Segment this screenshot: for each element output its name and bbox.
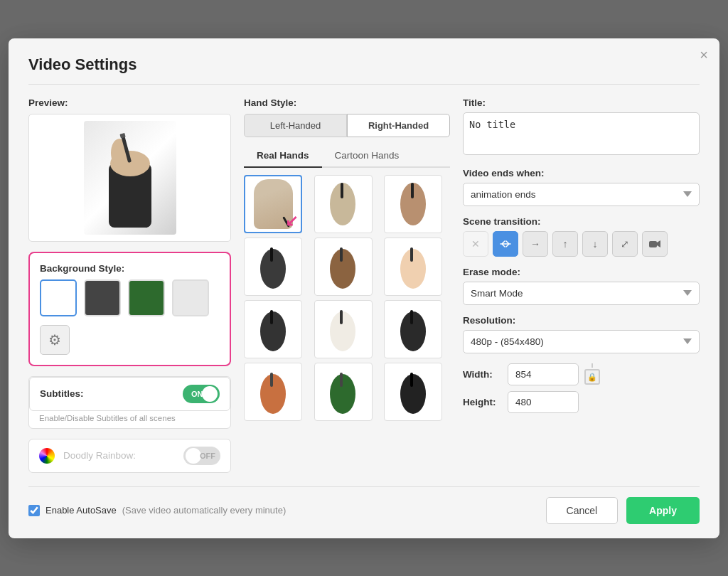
height-label: Height:: [463, 397, 502, 407]
hand-cell-6[interactable]: [384, 238, 442, 296]
apply-button[interactable]: Apply: [626, 497, 700, 524]
width-input[interactable]: [508, 363, 579, 385]
hand-cell-11[interactable]: [314, 363, 373, 421]
hand-cell-2[interactable]: [314, 175, 373, 233]
lock-line-top: [592, 363, 593, 368]
height-input[interactable]: [508, 391, 579, 413]
hand-svg-12: [394, 367, 433, 417]
resolution-section: Resolution: 480p - (854x480) 720p - (128…: [463, 315, 700, 353]
hand-grid: ↙: [244, 175, 450, 421]
modal-body: Preview:: [28, 97, 700, 474]
hand-cell-8[interactable]: [314, 300, 373, 358]
close-button[interactable]: ×: [700, 47, 708, 63]
erase-mode-section: Erase mode: Smart Mode Normal Mode: [463, 267, 700, 305]
modal-footer: Enable AutoSave (Save video automaticall…: [28, 486, 700, 524]
preview-section: Preview:: [28, 97, 231, 242]
autosave-row: Enable AutoSave (Save video automaticall…: [28, 505, 286, 516]
erase-mode-label: Erase mode:: [463, 267, 700, 277]
scene-transition-section: Scene transition: ✕ → ↑ ↓ ⤢: [463, 216, 700, 257]
hand-cell-1[interactable]: ↙: [244, 175, 302, 233]
hand-cell-3[interactable]: [384, 175, 442, 233]
subtitles-toggle[interactable]: ON: [183, 385, 220, 403]
transition-btn-right[interactable]: →: [523, 231, 548, 257]
svg-rect-14: [410, 247, 413, 262]
video-settings-modal: × Video Settings Preview:: [9, 38, 719, 538]
subtitles-section: Subtitles: ON Enable/Disable Subtitles o…: [28, 376, 231, 429]
svg-rect-6: [341, 183, 343, 198]
hand-svg-3: [394, 179, 433, 229]
hand-cell-9[interactable]: [384, 300, 442, 358]
background-style-section: Background Style: ⚙: [28, 252, 231, 366]
transition-btn-horizontal[interactable]: [493, 231, 518, 257]
autosave-note: (Save video automatically every minute): [122, 505, 287, 516]
hand-cell-10[interactable]: [244, 363, 302, 421]
autosave-checkbox[interactable]: [28, 505, 40, 516]
svg-rect-10: [270, 247, 273, 262]
rainbow-toggle-knob: [186, 448, 201, 464]
transition-btn-down[interactable]: ↓: [582, 231, 608, 257]
middle-column: Hand Style: Left-Handed Right-Handed Rea…: [244, 97, 450, 474]
hand-cell-4[interactable]: [244, 238, 302, 296]
modal-overlay: × Video Settings Preview:: [0, 0, 728, 576]
gear-icon: ⚙: [48, 331, 61, 348]
bg-swatches: [40, 279, 220, 316]
hand-svg-10: [254, 367, 293, 417]
erase-mode-dropdown[interactable]: Smart Mode Normal Mode: [463, 282, 700, 305]
hand-cell-7[interactable]: [244, 300, 302, 358]
toggle-on-label: ON: [191, 390, 203, 398]
lock-icon-wrap: 🔒: [584, 363, 600, 385]
hand-cell-12[interactable]: [384, 363, 442, 421]
transition-btn-expand[interactable]: ⤢: [612, 231, 638, 257]
handedness-tabs: Left-Handed Right-Handed: [244, 114, 450, 137]
hand-cell-5[interactable]: [314, 238, 373, 296]
bg-swatch-white[interactable]: [40, 279, 77, 316]
title-section: Title:: [463, 97, 700, 158]
resolution-label: Resolution:: [463, 315, 700, 326]
toggle-knob: [202, 386, 218, 402]
hand-svg-2: [323, 179, 363, 229]
height-row: Height:: [463, 391, 700, 413]
title-label: Title:: [463, 97, 700, 108]
preview-box: [28, 114, 231, 242]
video-ends-label: Video ends when:: [463, 168, 700, 178]
rainbow-toggle[interactable]: OFF: [183, 447, 220, 465]
svg-rect-16: [270, 310, 273, 324]
tab-real-hands[interactable]: Real Hands: [244, 144, 322, 168]
preview-image: [84, 121, 176, 235]
doodly-rainbow-label: Doodly Rainbow:: [63, 450, 136, 461]
video-ends-dropdown[interactable]: animation ends loop manual: [463, 183, 700, 206]
svg-rect-22: [270, 373, 273, 387]
camera-icon: [649, 240, 660, 248]
hand-style-label: Hand Style:: [244, 97, 450, 108]
hand-svg-11: [323, 367, 363, 417]
rainbow-row: Doodly Rainbow: OFF: [29, 439, 230, 472]
title-input[interactable]: [463, 112, 700, 155]
width-row: Width: 🔒: [463, 363, 700, 385]
subtitles-row: Subtitles: ON: [29, 377, 230, 411]
transition-btn-none[interactable]: ✕: [463, 231, 488, 257]
hand-grid-container: ↙: [244, 175, 450, 474]
tab-right-handed[interactable]: Right-Handed: [347, 114, 450, 137]
svg-rect-12: [340, 247, 343, 262]
rainbow-icon: [39, 448, 55, 464]
bg-swatch-dark[interactable]: [84, 279, 121, 316]
scene-transition-label: Scene transition:: [463, 216, 700, 227]
transition-btn-up[interactable]: ↑: [552, 231, 578, 257]
bg-swatch-green[interactable]: [128, 279, 165, 316]
hand-svg-4: [254, 242, 293, 292]
resolution-dropdown[interactable]: 480p - (854x480) 720p - (1280x720) 1080p…: [463, 330, 700, 353]
transition-btn-camera[interactable]: [642, 231, 668, 257]
bg-settings-gear-button[interactable]: ⚙: [40, 325, 70, 355]
hand-preview-svg: [87, 121, 173, 235]
tab-cartoon-hands[interactable]: Cartoon Hands: [322, 144, 412, 168]
cancel-button[interactable]: Cancel: [546, 497, 619, 524]
tab-left-handed[interactable]: Left-Handed: [244, 114, 347, 137]
subtitles-label: Subtitles:: [40, 388, 84, 399]
video-ends-section: Video ends when: animation ends loop man…: [463, 168, 700, 206]
lock-icon[interactable]: 🔒: [584, 369, 600, 385]
hand-type-tabs: Real Hands Cartoon Hands: [244, 144, 450, 168]
hand-svg-7: [254, 304, 293, 354]
svg-rect-18: [340, 310, 343, 324]
bg-swatch-lightgray[interactable]: [172, 279, 209, 316]
hand-svg-9: [394, 304, 433, 354]
